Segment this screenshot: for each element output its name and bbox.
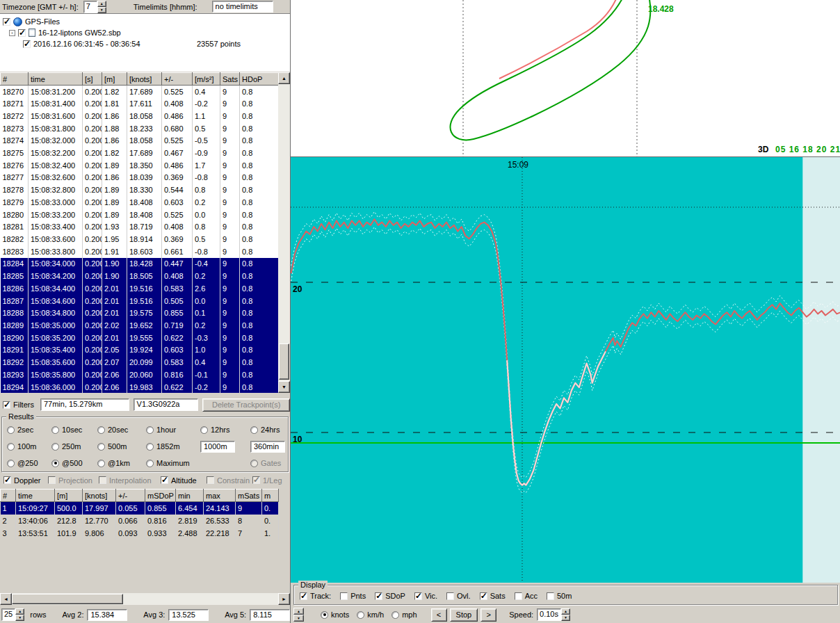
table-row[interactable]: 115:09:27500.017.9970.0550.8556.45424.14… (1, 502, 279, 515)
checkbox[interactable] (300, 592, 307, 600)
column-header-msats[interactable]: mSats (236, 490, 262, 502)
value-input[interactable]: 360min (250, 441, 285, 453)
step-back-button[interactable]: < (431, 608, 447, 622)
checkbox[interactable] (480, 592, 487, 600)
radio-1km[interactable]: @1km (97, 459, 146, 467)
horizontal-scrollbar[interactable]: ◄ ► (0, 593, 290, 605)
checkbox-sdop[interactable]: SDoP (375, 592, 405, 600)
radio-button[interactable] (97, 443, 105, 451)
scroll-left-icon[interactable]: ◄ (0, 593, 12, 605)
checkbox-doppler[interactable]: Doppler (3, 476, 48, 485)
table-row[interactable]: 1827515:08:32.2000.2001.8217.6890.467-0.… (1, 147, 279, 159)
tree-session-label[interactable]: 2016.12.16 06:31:45 - 08:36:54 (33, 40, 140, 48)
column-header-min[interactable]: min (176, 490, 204, 502)
table-row[interactable]: 213:40:06212.812.7700.0660.8162.81926.53… (1, 515, 279, 527)
table-row[interactable]: 1827815:08:32.8000.2001.8918.3300.5440.8… (1, 184, 279, 196)
tree-item-gps-files[interactable]: GPS-Files (0, 16, 290, 27)
radio-1852m[interactable]: 1852m (146, 442, 200, 451)
table-row[interactable]: 1828415:08:34.0000.2001.9018.4280.447-0.… (1, 258, 279, 270)
table-row[interactable]: 1828315:08:33.8000.2001.9118.6030.661-0.… (1, 245, 279, 258)
column-header-msdop[interactable]: mSDoP (145, 490, 176, 502)
table-row[interactable]: 1829015:08:35.2000.2002.0119.5550.622-0.… (1, 332, 279, 344)
radio-km-h[interactable]: km/h (357, 610, 384, 619)
table-row[interactable]: 1827615:08:32.4000.2001.8918.3500.4861.7… (1, 159, 279, 172)
radio-button[interactable] (7, 460, 15, 467)
radio-1hour[interactable]: 1hour (146, 426, 200, 434)
filters-checkbox-group[interactable]: Filters (3, 400, 34, 409)
radio-24hrs[interactable]: 24hrs (250, 426, 289, 434)
rows-spinner[interactable]: 25 ▲▼ (1, 608, 24, 621)
table-row[interactable]: 1828015:08:33.2000.2001.8918.4080.5250.0… (1, 209, 279, 221)
column-header-knots[interactable]: [knots] (83, 490, 116, 502)
radio-button[interactable] (51, 460, 59, 467)
radio-button[interactable] (97, 426, 105, 434)
tree-item-file[interactable]: - 16-12-liptons GW52.sbp (0, 27, 290, 38)
radio-knots[interactable]: knots (321, 610, 349, 619)
radio-button[interactable] (51, 443, 59, 451)
table-row[interactable]: 1828715:08:34.6000.2002.0119.5160.5050.0… (1, 295, 279, 307)
version-field[interactable]: V1.3G0922a (134, 398, 199, 411)
checkbox-ovl[interactable]: Ovl. (446, 592, 471, 600)
filters-checkbox[interactable] (3, 401, 10, 409)
checkbox-vic[interactable]: Vic. (414, 592, 437, 600)
table-row[interactable]: 1828215:08:33.6000.2001.9518.9140.3690.5… (1, 233, 279, 245)
tree-root-label[interactable]: GPS-Files (25, 17, 60, 26)
stop-button[interactable]: Stop (450, 608, 478, 622)
filter-summary-field[interactable]: 77min, 15.279km (40, 398, 129, 411)
table-row[interactable]: 1827015:08:31.2000.2001.8217.6890.5250.4… (1, 86, 279, 98)
tree-checkbox[interactable] (18, 29, 26, 37)
table-row[interactable]: 1827415:08:32.0000.2001.8618.0580.525-0.… (1, 134, 279, 147)
column-header-col-5[interactable]: +/- (162, 73, 193, 86)
column-header-m[interactable]: m (262, 490, 279, 502)
table-row[interactable]: 1827115:08:31.4000.2001.8117.6110.408-0.… (1, 97, 279, 110)
timezone-value[interactable]: 7 (83, 1, 97, 13)
column-header-s[interactable]: [s] (83, 73, 102, 86)
collapse-icon[interactable]: - (9, 30, 15, 36)
radio-500m[interactable]: 500m (97, 442, 146, 451)
radio-250[interactable]: @250 (7, 459, 51, 467)
timezone-spin-arrows[interactable]: ▲▼ (97, 1, 106, 13)
track-map[interactable]: 18.428 3D 05 16 18 20 21 25 (291, 0, 840, 157)
table-row[interactable]: 1828115:08:33.4000.2001.9318.7190.4080.8… (1, 220, 279, 233)
table-row[interactable]: 1828515:08:34.2000.2001.9018.5050.4080.2… (1, 270, 279, 282)
trackpoint-table[interactable]: #time[s][m][knots]+/-[m/s²]SatsHDoP 1827… (0, 72, 278, 393)
checkbox-acc[interactable]: Acc (515, 592, 538, 600)
column-header-knots[interactable]: [knots] (127, 73, 162, 86)
scroll-right-icon[interactable]: ► (278, 593, 290, 605)
radio-button[interactable] (357, 611, 364, 619)
table-row[interactable]: 1828815:08:34.8000.2002.0119.5750.8550.1… (1, 307, 279, 319)
checkbox[interactable] (515, 592, 522, 600)
radio-250m[interactable]: 250m (51, 442, 97, 451)
value-input[interactable]: 1000m (200, 441, 235, 453)
scrollbar-thumb[interactable] (12, 594, 123, 604)
results-table[interactable]: #time[m][knots]+/-mSDoPminmaxmSatsm 115:… (0, 489, 279, 540)
spin-up-icon[interactable]: ▲ (15, 608, 24, 615)
column-header-time[interactable]: time (16, 490, 55, 502)
radio-100m[interactable]: 100m (7, 442, 51, 451)
spin-up-icon[interactable]: ▲ (561, 608, 570, 615)
checkbox-50m[interactable]: 50m (547, 592, 572, 600)
column-header-m-s[interactable]: [m/s²] (193, 73, 220, 86)
radio-button[interactable] (146, 426, 154, 434)
radio-button[interactable] (51, 426, 59, 434)
table-row[interactable]: 1827715:08:32.6000.2001.8618.0390.369-0.… (1, 172, 279, 184)
checkbox-sats[interactable]: Sats (480, 592, 506, 600)
rows-value[interactable]: 25 (1, 608, 15, 621)
radio-500[interactable]: @500 (51, 459, 97, 467)
checkbox[interactable] (340, 592, 348, 600)
playback-speed-value[interactable]: 0.10s (537, 608, 561, 621)
column-header-col-0[interactable]: # (1, 490, 16, 502)
speed-spin-arrows[interactable]: ▲▼ (561, 608, 570, 621)
table-vertical-scrollbar[interactable]: ▲ ▼ (278, 72, 290, 393)
radio-maximum[interactable]: Maximum (146, 459, 200, 467)
tree-item-session[interactable]: 2016.12.16 06:31:45 - 08:36:54 23557 poi… (0, 38, 290, 49)
tree-file-label[interactable]: 16-12-liptons GW52.sbp (38, 29, 121, 37)
column-header-m[interactable]: [m] (102, 73, 127, 86)
radio-button[interactable] (321, 611, 328, 619)
checkbox-pnts[interactable]: Pnts (340, 592, 366, 600)
column-header-hdop[interactable]: HDoP (240, 73, 279, 86)
table-row[interactable]: 1827215:08:31.6000.2001.8618.0580.4861.1… (1, 110, 279, 122)
column-header-max[interactable]: max (204, 490, 236, 502)
scale-spinner[interactable]: ▲▼ (293, 608, 304, 622)
spin-down-icon[interactable]: ▼ (561, 615, 570, 621)
